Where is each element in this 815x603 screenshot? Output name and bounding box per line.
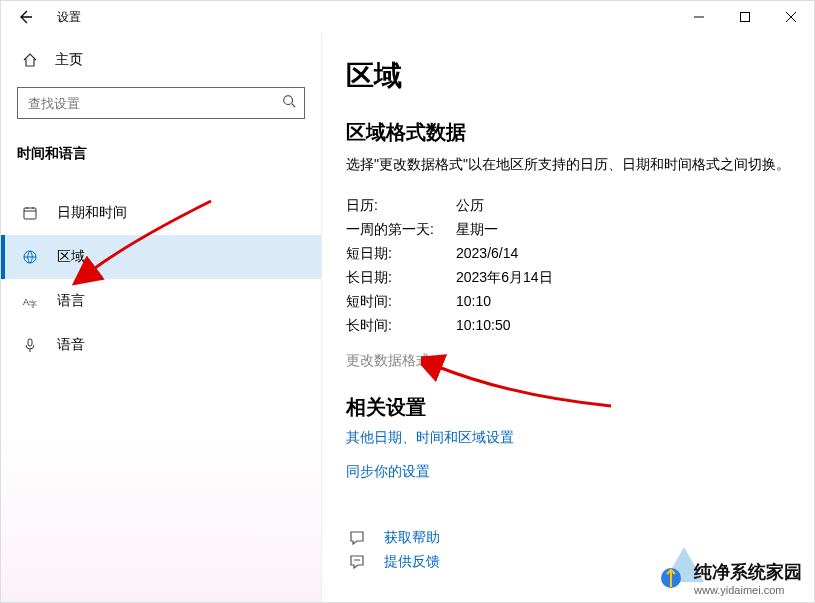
close-button[interactable] bbox=[768, 1, 814, 33]
svg-text:字: 字 bbox=[29, 300, 37, 309]
watermark: 纯净系统家园 www.yidaimei.com bbox=[656, 560, 802, 596]
shortdate-value: 2023/6/14 bbox=[456, 245, 518, 263]
close-icon bbox=[786, 12, 796, 22]
search-input[interactable] bbox=[28, 96, 282, 111]
back-button[interactable] bbox=[1, 1, 49, 33]
titlebar: 设置 bbox=[1, 1, 814, 33]
window-controls bbox=[676, 1, 814, 33]
longdate-key: 长日期: bbox=[346, 269, 456, 287]
nav-list: 日期和时间 区域 A字 语言 语音 bbox=[1, 171, 321, 367]
language-icon: A字 bbox=[21, 293, 39, 309]
nav-label: 语言 bbox=[57, 292, 85, 310]
watermark-url: www.yidaimei.com bbox=[694, 584, 802, 596]
category-header: 时间和语言 bbox=[1, 131, 321, 171]
svg-rect-2 bbox=[24, 208, 36, 219]
calendar-value: 公历 bbox=[456, 197, 484, 215]
maximize-button[interactable] bbox=[722, 1, 768, 33]
nav-item-datetime[interactable]: 日期和时间 bbox=[1, 191, 321, 235]
section-description: 选择"更改数据格式"以在地区所支持的日历、日期和时间格式之间切换。 bbox=[346, 156, 790, 174]
change-data-format-link[interactable]: 更改数据格式 bbox=[346, 352, 790, 370]
sync-settings-link[interactable]: 同步你的设置 bbox=[346, 463, 790, 481]
maximize-icon bbox=[740, 12, 750, 22]
shorttime-key: 短时间: bbox=[346, 293, 456, 311]
section-title: 区域格式数据 bbox=[346, 119, 790, 146]
firstday-key: 一周的第一天: bbox=[346, 221, 456, 239]
minimize-button[interactable] bbox=[676, 1, 722, 33]
microphone-icon bbox=[21, 337, 39, 353]
get-help-link[interactable]: 获取帮助 bbox=[346, 529, 790, 547]
other-date-time-region-link[interactable]: 其他日期、时间和区域设置 bbox=[346, 429, 790, 447]
home-button[interactable]: 主页 bbox=[1, 41, 321, 79]
calendar-key: 日历: bbox=[346, 197, 456, 215]
nav-item-region[interactable]: 区域 bbox=[1, 235, 321, 279]
region-format-table: 日历:公历 一周的第一天:星期一 短日期:2023/6/14 长日期:2023年… bbox=[346, 194, 790, 338]
feedback-icon bbox=[346, 553, 368, 571]
home-label: 主页 bbox=[55, 51, 83, 69]
longtime-value: 10:10:50 bbox=[456, 317, 511, 335]
nav-label: 语音 bbox=[57, 336, 85, 354]
firstday-value: 星期一 bbox=[456, 221, 498, 239]
shortdate-key: 短日期: bbox=[346, 245, 456, 263]
clock-icon bbox=[21, 205, 39, 221]
search-box[interactable] bbox=[17, 87, 305, 119]
home-icon bbox=[21, 52, 39, 68]
nav-label: 区域 bbox=[57, 248, 85, 266]
app-title: 设置 bbox=[57, 9, 81, 26]
help-label: 获取帮助 bbox=[384, 529, 440, 547]
shorttime-value: 10:10 bbox=[456, 293, 491, 311]
nav-label: 日期和时间 bbox=[57, 204, 127, 222]
svg-rect-6 bbox=[28, 339, 32, 346]
main-content: 区域 区域格式数据 选择"更改数据格式"以在地区所支持的日历、日期和时间格式之间… bbox=[321, 33, 814, 602]
sidebar: 主页 时间和语言 日期和时间 区域 A字 语言 语音 bbox=[1, 33, 321, 602]
svg-rect-0 bbox=[741, 13, 750, 22]
help-icon bbox=[346, 529, 368, 547]
nav-item-speech[interactable]: 语音 bbox=[1, 323, 321, 367]
longdate-value: 2023年6月14日 bbox=[456, 269, 553, 287]
page-title: 区域 bbox=[346, 57, 790, 95]
longtime-key: 长时间: bbox=[346, 317, 456, 335]
minimize-icon bbox=[694, 12, 704, 22]
watermark-logo-icon bbox=[656, 563, 686, 593]
svg-point-1 bbox=[284, 96, 293, 105]
related-settings-title: 相关设置 bbox=[346, 394, 790, 421]
nav-item-language[interactable]: A字 语言 bbox=[1, 279, 321, 323]
watermark-text: 纯净系统家园 bbox=[694, 562, 802, 582]
back-arrow-icon bbox=[17, 9, 33, 25]
search-icon bbox=[282, 94, 296, 112]
globe-icon bbox=[21, 249, 39, 265]
feedback-label: 提供反馈 bbox=[384, 553, 440, 571]
